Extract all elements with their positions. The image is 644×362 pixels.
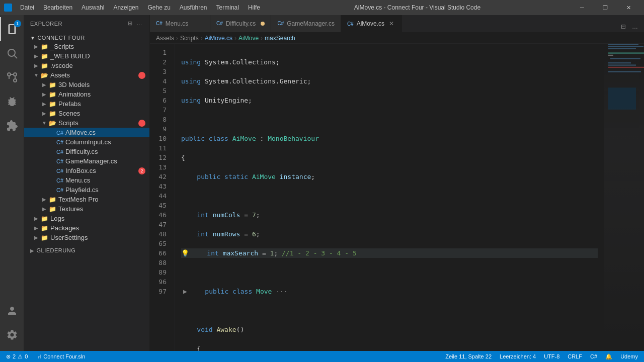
menu-gehe-zu[interactable]: Gehe zu: [143, 3, 174, 12]
tab-cs-icon: C#: [277, 21, 284, 26]
code-line-13: ▶ public class Move ···: [181, 287, 598, 296]
new-file-btn[interactable]: ⊞: [127, 19, 134, 28]
outline-section[interactable]: ▶ GLIEDERUNG: [24, 246, 149, 254]
fold-icon[interactable]: ▶: [181, 288, 189, 296]
svg-rect-5: [608, 44, 638, 45]
tab-menu[interactable]: C# Menu.cs: [150, 15, 210, 32]
menu-ausfuehren[interactable]: Ausführen: [176, 3, 211, 12]
code-line-10: int numRows = 6;: [181, 229, 598, 239]
file-aimove[interactable]: C# AiMove.cs: [24, 128, 149, 137]
status-position[interactable]: Zeile 11, Spalte 22: [443, 353, 494, 360]
file-gamemanager[interactable]: C# GameManager.cs: [24, 156, 149, 166]
new-folder-btn[interactable]: …: [136, 19, 144, 28]
folder-logs[interactable]: ▶ 📁 Logs: [24, 214, 149, 223]
file-label: Difficulty.cs: [65, 148, 149, 155]
folder-3d-models[interactable]: ▶ 📁 3D Models: [24, 80, 149, 89]
cs-icon: C#: [56, 130, 63, 136]
file-difficulty[interactable]: C# Difficulty.cs: [24, 147, 149, 156]
svg-rect-9: [608, 55, 613, 56]
menu-bearbeiten[interactable]: Bearbeiten: [39, 3, 76, 12]
folder-textmesh[interactable]: ▶ 📁 TextMesh Pro: [24, 195, 149, 204]
menu-terminal[interactable]: Terminal: [212, 3, 243, 12]
status-line-ending[interactable]: CRLF: [566, 353, 584, 360]
project-root[interactable]: ▼ CONNECT FOUR: [24, 34, 149, 42]
more-tabs-btn[interactable]: …: [630, 21, 640, 32]
breadcrumb-file[interactable]: AiMove.cs: [205, 35, 232, 42]
file-menu[interactable]: C# Menu.cs: [24, 175, 149, 185]
status-encoding[interactable]: UTF-8: [542, 353, 561, 360]
status-notifications[interactable]: 🔔: [603, 353, 614, 360]
code-editor[interactable]: 12345 678910 111213 424344454647 4865668…: [150, 44, 644, 351]
folder-label: 3D Models: [58, 81, 149, 88]
folder-assets[interactable]: ▼ 📂 Assets: [24, 70, 149, 80]
folder-arrow: ▶: [40, 111, 48, 116]
activity-settings[interactable]: [0, 323, 24, 347]
folder-scripts-underscore[interactable]: ▶ 📁 _Scripts: [24, 42, 149, 51]
file-columninput[interactable]: C# ColumnInput.cs: [24, 137, 149, 147]
folder-label: Logs: [50, 215, 149, 222]
status-errors[interactable]: ⊗ 2 ⚠ 0: [4, 353, 30, 360]
folder-textures[interactable]: ▶ 📁 Textures: [24, 204, 149, 214]
svg-rect-10: [610, 58, 640, 59]
status-language[interactable]: C#: [588, 353, 599, 360]
file-label: GameManager.cs: [65, 157, 149, 165]
menu-datei[interactable]: Datei: [16, 3, 38, 12]
encoding-label: UTF-8: [544, 353, 559, 359]
tab-aimove[interactable]: C# AiMove.cs ✕: [341, 15, 402, 32]
cs-icon: C#: [56, 149, 63, 155]
menu-auswahl[interactable]: Auswahl: [77, 3, 108, 12]
close-button[interactable]: ✕: [617, 0, 640, 15]
svg-rect-8: [608, 52, 644, 53]
folder-web-build[interactable]: ▶ 📁 _WEB BUILD: [24, 51, 149, 61]
folder-vscode[interactable]: ▶ 📁 .vscode: [24, 61, 149, 70]
activity-account[interactable]: [0, 299, 24, 323]
folder-prefabs[interactable]: ▶ 📁 Prefabs: [24, 99, 149, 109]
code-line-5: public class AiMove : MonoBehaviour: [181, 134, 598, 143]
svg-rect-15: [608, 87, 636, 110]
sidebar-title: Explorer: [30, 21, 62, 27]
menu-anzeigen[interactable]: Anzeigen: [109, 3, 142, 12]
tab-difficulty[interactable]: C# Difficulty.cs: [210, 15, 271, 32]
folder-arrow: ▶: [32, 216, 40, 221]
activity-extensions[interactable]: [0, 114, 24, 138]
code-content[interactable]: using System.Collections; using System.C…: [175, 44, 604, 351]
window-controls[interactable]: ─ ❐ ✕: [571, 0, 640, 15]
breadcrumb-scripts[interactable]: Scripts: [180, 35, 199, 42]
folder-scenes[interactable]: ▶ 📁 Scenes: [24, 109, 149, 118]
split-editor-btn[interactable]: ⊟: [619, 21, 628, 32]
status-spaces[interactable]: Leerzeichen: 4: [498, 353, 538, 360]
breadcrumb-class[interactable]: AiMove: [238, 35, 259, 42]
tab-modified-dot: [261, 22, 265, 26]
status-live[interactable]: Udemy: [618, 353, 640, 360]
activity-search[interactable]: [0, 41, 24, 65]
folder-icon: 📁: [40, 62, 48, 69]
code-line-8: [181, 191, 598, 201]
svg-point-2: [8, 73, 11, 76]
folder-packages[interactable]: ▶ 📁 Packages: [24, 223, 149, 233]
folder-arrow: ▶: [32, 53, 40, 59]
file-playfield[interactable]: C# Playfield.cs: [24, 185, 149, 195]
lightbulb-icon[interactable]: 💡: [181, 248, 189, 258]
title-bar-menu[interactable]: Datei Bearbeiten Auswahl Anzeigen Gehe z…: [16, 3, 264, 12]
sidebar: Explorer ⊞ … ▼ CONNECT FOUR ▶ 📁 _Scripts…: [24, 15, 150, 351]
minimize-button[interactable]: ─: [571, 0, 594, 15]
svg-rect-7: [608, 48, 636, 49]
menu-hilfe[interactable]: Hilfe: [244, 3, 264, 12]
folder-label: _Scripts: [50, 43, 149, 50]
activity-debug[interactable]: [0, 89, 24, 114]
file-infobox[interactable]: C# InfoBox.cs 2: [24, 166, 149, 175]
folder-usersettings[interactable]: ▶ 📁 UserSettings: [24, 233, 149, 242]
code-line-7: public static AiMove instance;: [181, 172, 598, 182]
breadcrumb-assets[interactable]: Assets: [156, 35, 174, 42]
activity-source-control[interactable]: [0, 65, 24, 89]
breadcrumb-member[interactable]: maxSearch: [265, 35, 295, 42]
status-branch[interactable]: ⑁ Connect Four.sln: [36, 353, 87, 359]
breadcrumb-sep: ›: [234, 35, 236, 42]
tab-close-btn[interactable]: ✕: [387, 20, 395, 28]
folder-animations[interactable]: ▶ 📁 Animations: [24, 89, 149, 99]
branch-label: Connect Four.sln: [43, 353, 85, 359]
maximize-button[interactable]: ❐: [594, 0, 617, 15]
activity-explorer[interactable]: 1: [0, 17, 24, 41]
tab-gamemanager[interactable]: C# GameManager.cs: [271, 15, 341, 32]
folder-scripts[interactable]: ▼ 📂 Scripts: [24, 118, 149, 128]
